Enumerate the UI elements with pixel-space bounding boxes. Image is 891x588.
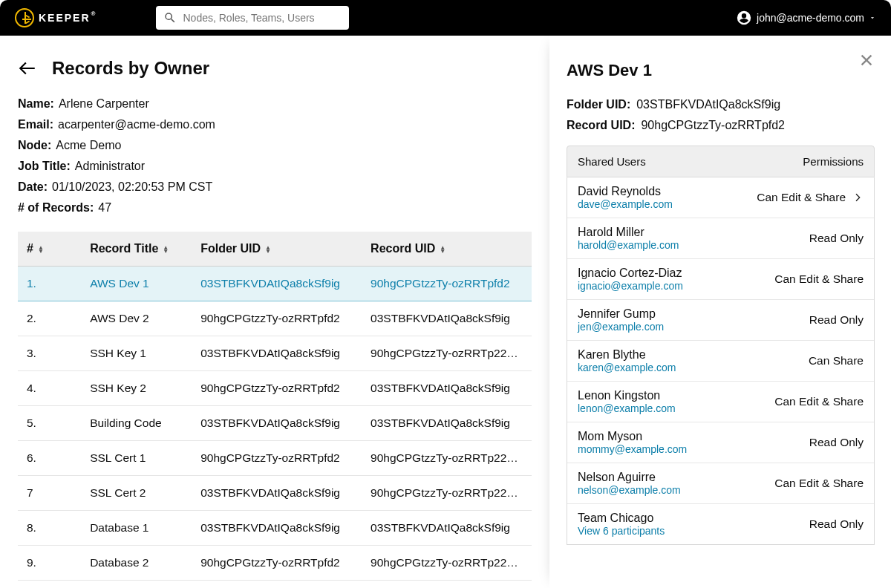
label-folder-uid: Folder UID: — [567, 98, 630, 111]
shared-user-row[interactable]: Ignacio Cortez-Diazignacio@example.comCa… — [567, 259, 874, 300]
label-jobtitle: Job Title: — [18, 160, 71, 172]
cell-title: SSH Key 2 — [81, 371, 192, 406]
shared-header: Shared Users Permissions — [567, 146, 875, 177]
shared-user-sub[interactable]: mommy@example.com — [578, 443, 687, 455]
shared-user-name: David Reynolds — [578, 185, 673, 198]
shared-users-list: David Reynoldsdave@example.comCan Edit &… — [567, 177, 875, 545]
shared-user-permission: Can Share — [809, 354, 864, 368]
owner-name: Arlene Carpenter — [59, 97, 149, 110]
table-row[interactable]: 6.SSL Cert 190hgCPGtzzTy-ozRRTpfd290hgCP… — [18, 441, 532, 476]
label-email: Email: — [18, 118, 53, 131]
shared-user-row[interactable]: Mom Mysonmommy@example.comRead Only — [567, 422, 874, 463]
label-node: Node: — [18, 139, 51, 151]
sort-icon: ▲▼ — [38, 246, 44, 253]
col-record-uid[interactable]: Record UID▲▼ — [362, 232, 532, 267]
back-arrow-icon[interactable] — [18, 59, 37, 78]
shared-user-sub[interactable]: jen@example.com — [578, 321, 664, 333]
cell-record: 90hgCPGtzzTy-ozRRTpfd2 — [362, 267, 532, 301]
col-num[interactable]: #▲▼ — [18, 232, 81, 267]
page-title: Records by Owner — [52, 58, 209, 79]
cell-record: 90hgCPGtzzTy-ozRRTp22df… — [362, 441, 532, 476]
header-left: KEEPER® — [15, 6, 349, 30]
cell-title: Building Code — [81, 406, 192, 441]
owner-jobtitle: Administrator — [75, 160, 145, 172]
table-row[interactable]: 8.Database 103STBFKVDAtIQa8ckSf9ig03STBF… — [18, 511, 532, 546]
shared-user-name: Nelson Aguirre — [578, 471, 681, 484]
shared-user-row[interactable]: Lenon Kingstonlenon@example.comCan Edit … — [567, 382, 874, 422]
cell-title: AWS Dev 2 — [81, 301, 192, 336]
shared-user-permission: Read Only — [809, 436, 864, 449]
cell-num: 7 — [18, 476, 81, 511]
shared-user-name: Team Chicago — [578, 512, 665, 525]
records-table: #▲▼ Record Title▲▼ Folder UID▲▼ Record U… — [18, 232, 532, 581]
panel-record-uid: 90hgCPGtzzTy-ozRRTpfd2 — [641, 119, 785, 131]
table-row[interactable]: 3.SSH Key 103STBFKVDAtIQa8ckSf9ig90hgCPG… — [18, 336, 532, 371]
shared-user-sub[interactable]: lenon@example.com — [578, 402, 676, 414]
shared-user-sub[interactable]: harold@example.com — [578, 239, 679, 251]
cell-num: 9. — [18, 546, 81, 581]
cell-folder: 03STBFKVDAtIQa8ckSf9ig — [192, 476, 362, 511]
chevron-down-icon — [869, 14, 876, 22]
col-title[interactable]: Record Title▲▼ — [81, 232, 192, 267]
table-row[interactable]: 2.AWS Dev 290hgCPGtzzTy-ozRRTpfd203STBFK… — [18, 301, 532, 336]
sort-icon: ▲▼ — [265, 246, 271, 253]
cell-title: Database 1 — [81, 511, 192, 546]
shared-user-permission: Can Edit & Share — [774, 477, 864, 490]
table-row[interactable]: 1.AWS Dev 103STBFKVDAtIQa8ckSf9ig90hgCPG… — [18, 267, 532, 301]
cell-title: SSL Cert 1 — [81, 441, 192, 476]
cell-num: 2. — [18, 301, 81, 336]
cell-folder: 03STBFKVDAtIQa8ckSf9ig — [192, 336, 362, 371]
cell-title: AWS Dev 1 — [81, 267, 192, 301]
cell-num: 5. — [18, 406, 81, 441]
search-input[interactable] — [181, 11, 342, 24]
shared-user-row[interactable]: Karen Blythekaren@example.comCan Share — [567, 341, 874, 382]
shared-user-row[interactable]: Team ChicagoView 6 participantsRead Only — [567, 504, 874, 544]
label-name: Name: — [18, 97, 54, 110]
global-search[interactable] — [156, 6, 349, 30]
shared-user-name: Lenon Kingston — [578, 389, 676, 402]
brand-logo[interactable]: KEEPER® — [15, 8, 97, 27]
panel-title: AWS Dev 1 — [567, 61, 875, 80]
cell-record: 90hgCPGtzzTy-ozRRTp22df… — [362, 546, 532, 581]
account-email: john@acme-demo.com — [757, 12, 864, 24]
shared-user-permission: Read Only — [809, 313, 864, 327]
cell-folder: 03STBFKVDAtIQa8ckSf9ig — [192, 267, 362, 301]
shared-user-row[interactable]: David Reynoldsdave@example.comCan Edit &… — [567, 177, 874, 218]
table-row[interactable]: 4.SSH Key 290hgCPGtzzTy-ozRRTpfd203STBFK… — [18, 371, 532, 406]
close-icon[interactable] — [858, 52, 875, 68]
shared-user-permission: Read Only — [809, 517, 864, 531]
shared-user-sub[interactable]: dave@example.com — [578, 198, 673, 210]
sort-icon: ▲▼ — [440, 246, 446, 253]
cell-record: 03STBFKVDAtIQa8ckSf9ig — [362, 406, 532, 441]
cell-folder: 90hgCPGtzzTy-ozRRTpfd2 — [192, 441, 362, 476]
shared-user-row[interactable]: Harold Millerharold@example.comRead Only — [567, 218, 874, 259]
permissions-label: Permissions — [803, 155, 864, 168]
sort-icon: ▲▼ — [163, 246, 169, 253]
record-count: 47 — [98, 201, 111, 214]
cell-folder: 90hgCPGtzzTy-ozRRTpfd2 — [192, 546, 362, 581]
shared-user-sub[interactable]: View 6 participants — [578, 525, 665, 537]
cell-record: 03STBFKVDAtIQa8ckSf9ig — [362, 511, 532, 546]
table-row[interactable]: 5.Building Code03STBFKVDAtIQa8ckSf9ig03S… — [18, 406, 532, 441]
search-icon — [163, 11, 177, 24]
report-date: 01/10/2023, 02:20:53 PM CST — [52, 180, 212, 193]
shared-user-name: Jennifer Gump — [578, 307, 664, 321]
cell-num: 3. — [18, 336, 81, 371]
shared-user-name: Harold Miller — [578, 226, 679, 239]
shared-user-row[interactable]: Jennifer Gumpjen@example.comRead Only — [567, 300, 874, 341]
shared-user-sub[interactable]: karen@example.com — [578, 362, 676, 373]
shared-user-name: Karen Blythe — [578, 348, 676, 362]
label-count: # of Records: — [18, 201, 94, 214]
cell-title: SSH Key 1 — [81, 336, 192, 371]
shared-user-sub[interactable]: ignacio@example.com — [578, 280, 683, 292]
owner-meta: Name:Arlene Carpenter Email:acarpenter@a… — [18, 94, 532, 218]
shared-user-sub[interactable]: nelson@example.com — [578, 484, 681, 496]
cell-folder: 90hgCPGtzzTy-ozRRTpfd2 — [192, 371, 362, 406]
col-folder-uid[interactable]: Folder UID▲▼ — [192, 232, 362, 267]
panel-folder-uid: 03STBFKVDAtIQa8ckSf9ig — [636, 98, 780, 111]
table-row[interactable]: 7SSL Cert 203STBFKVDAtIQa8ckSf9ig90hgCPG… — [18, 476, 532, 511]
shared-user-row[interactable]: Nelson Aguirrenelson@example.comCan Edit… — [567, 463, 874, 504]
table-row[interactable]: 9.Database 290hgCPGtzzTy-ozRRTpfd290hgCP… — [18, 546, 532, 581]
cell-num: 1. — [18, 267, 81, 301]
account-menu[interactable]: john@acme-demo.com — [736, 10, 876, 26]
